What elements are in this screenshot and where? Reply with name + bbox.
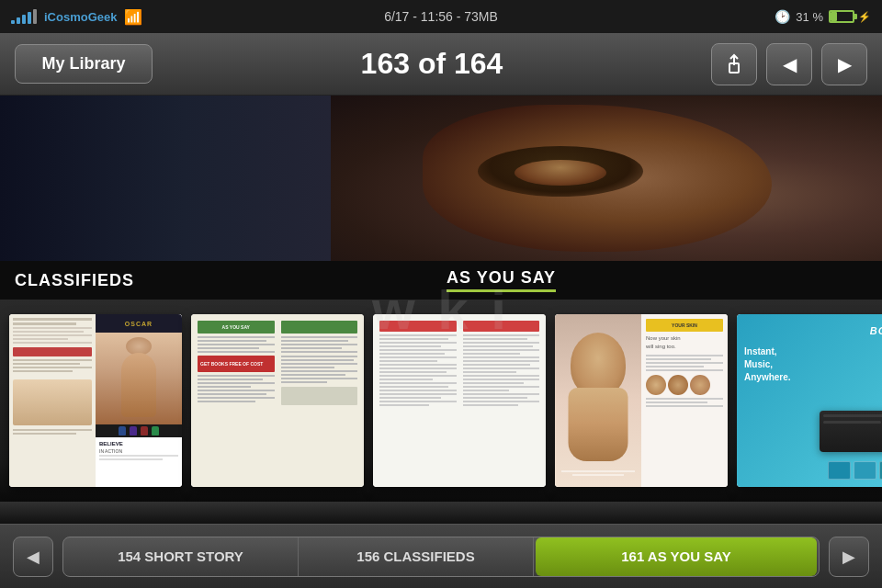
battery-percent: 31 % [796, 10, 823, 24]
battery-icon [829, 10, 854, 23]
face-area [331, 96, 882, 261]
bottom-next-button[interactable]: ▶ [829, 537, 869, 577]
tab-short-story[interactable]: 154 SHORT STORY [63, 537, 299, 576]
status-datetime: 6/17 - 11:56 - 73MB [384, 9, 498, 24]
thumbnail-1[interactable]: OSCAR BELIEVE IN ACTI [9, 314, 182, 487]
battery-area: 🕑 31 % ⚡ [775, 9, 871, 24]
header-image [0, 96, 882, 261]
as-you-say-label: AS YOU SAY [447, 268, 556, 292]
carrier-info: iCosmoGeek 📶 [11, 8, 142, 26]
carrier-label: iCosmoGeek [44, 10, 117, 24]
thumbnail-2[interactable]: AS YOU SAY GET BOOKS FREE OF COST [191, 314, 364, 487]
thumbnail-4[interactable]: YOUR SKIN Now your skinwill sing too. [555, 314, 728, 487]
bottom-tabs: 154 SHORT STORY 156 CLASSIFIEDS 161 AS Y… [62, 537, 820, 577]
wifi-icon: 📶 [124, 8, 142, 26]
tab-as-you-say[interactable]: 161 AS YOU SAY [536, 537, 817, 576]
section-labels: CLASSIFIEDS AS YOU SAY [0, 261, 882, 300]
navigation-bar: My Library 163 of 164 ◀ ▶ [0, 33, 882, 96]
battery-charging-icon: ⚡ [858, 11, 871, 23]
tab-classifieds[interactable]: 156 CLASSIFIEDS [299, 537, 534, 576]
main-content: CLASSIFIEDS AS YOU SAY [0, 96, 882, 524]
next-icon: ▶ [838, 53, 852, 75]
bottom-prev-icon: ◀ [27, 547, 40, 567]
classifieds-label: CLASSIFIEDS [15, 271, 134, 290]
prev-icon: ◀ [783, 53, 797, 75]
bottom-prev-button[interactable]: ◀ [13, 537, 53, 577]
signal-bars-icon [11, 9, 37, 24]
bottom-navigation: ◀ 154 SHORT STORY 156 CLASSIFIEDS 161 AS… [0, 524, 882, 588]
thumbnail-3[interactable] [373, 314, 546, 487]
thumbnail-5[interactable]: BOSE Instant,Music,Anywhere. [737, 314, 882, 487]
status-bar: iCosmoGeek 📶 6/17 - 11:56 - 73MB 🕑 31 % … [0, 0, 882, 33]
bottom-next-icon: ▶ [842, 547, 855, 567]
my-library-button[interactable]: My Library [15, 44, 153, 84]
nav-controls: ◀ ▶ [711, 43, 867, 85]
next-page-button[interactable]: ▶ [821, 43, 867, 85]
reflection [0, 502, 882, 524]
page-counter: 163 of 164 [153, 47, 711, 81]
prev-page-button[interactable]: ◀ [766, 43, 812, 85]
share-icon [722, 52, 746, 76]
thumbnails-area: OSCAR BELIEVE IN ACTI [0, 300, 882, 502]
clock-icon: 🕑 [775, 9, 790, 24]
share-button[interactable] [711, 43, 757, 85]
